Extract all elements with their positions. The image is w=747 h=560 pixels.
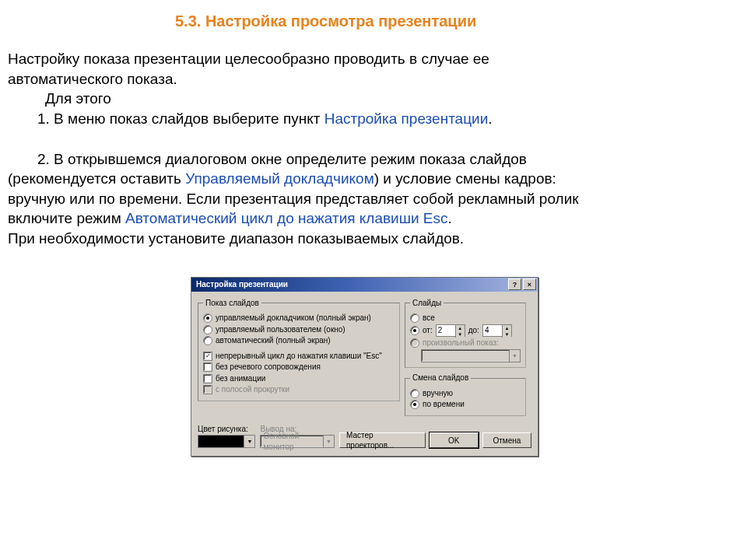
radio-presenter-label: управляемый докладчиком (полный экран) <box>216 313 371 324</box>
check-scrollbar: с полосой прокрутки <box>203 384 395 395</box>
check-loop[interactable]: ✓непрерывный цикл до нажатия клавиши "Es… <box>203 351 395 362</box>
step-2-l2a: (рекомендуется оставить <box>8 170 185 187</box>
chevron-down-icon[interactable]: ▼ <box>244 436 254 447</box>
step-2-l4-link: Автоматический цикл до нажатия клавиши E… <box>125 210 448 226</box>
from-spinner[interactable]: ▲▼ <box>436 324 465 337</box>
check-noanimation[interactable]: без анимации <box>203 373 395 384</box>
group-slides-legend: Слайды <box>410 298 444 309</box>
intro-line-2: автоматического показа. <box>8 69 739 89</box>
radio-auto[interactable]: автоматический (полный экран) <box>203 335 395 346</box>
radio-custom-label: произвольный показ: <box>423 338 499 348</box>
radio-timed-label: по времени <box>423 399 465 410</box>
check-nonarration-label: без речевого сопровождения <box>216 362 321 373</box>
step-2-line-5: При необходимости установите диапазон по… <box>8 229 739 249</box>
step-2-l4b: . <box>448 210 452 226</box>
from-input[interactable] <box>437 325 455 336</box>
chevron-down-icon[interactable]: ▼ <box>455 331 465 338</box>
check-scrollbar-label: с полосой прокрутки <box>216 384 289 395</box>
from-label: от: <box>423 325 433 336</box>
radio-user-label: управляемый пользователем (окно) <box>216 324 345 335</box>
ok-button[interactable]: OK <box>430 432 479 448</box>
color-combo[interactable]: ▼ <box>198 435 255 448</box>
to-spinner[interactable]: ▲▼ <box>482 324 512 337</box>
group-advance: Смена слайдов вручную по времени <box>405 373 526 416</box>
radio-auto-label: автоматический (полный экран) <box>216 335 331 346</box>
output-value: Основной монитор <box>261 436 322 447</box>
close-button[interactable]: × <box>523 278 536 290</box>
radio-timed[interactable]: по времени <box>410 399 521 410</box>
chevron-up-icon[interactable]: ▲ <box>502 325 511 331</box>
dialog-title: Настройка презентации <box>196 279 507 290</box>
radio-custom-show: произвольный показ: <box>410 338 521 348</box>
step-2-l2b: ) и условие смены кадров: <box>374 170 556 187</box>
settings-dialog: Настройка презентации ? × Показ слайдов … <box>191 277 538 457</box>
custom-show-value <box>422 350 509 362</box>
step-2-l2-link: Управляемый докладчиком <box>185 170 374 187</box>
step-2-line-1: 2. В открывшемся диалоговом окне определ… <box>8 149 739 170</box>
group-slides: Слайды все от: ▲▼ до: ▲▼ произвольный по… <box>405 298 526 369</box>
chevron-up-icon[interactable]: ▲ <box>455 325 465 331</box>
projectors-button[interactable]: Мастер проекторов... <box>339 432 426 448</box>
chevron-down-icon: ▼ <box>509 350 520 362</box>
to-input[interactable] <box>483 325 502 336</box>
radio-manual-label: вручную <box>423 388 453 399</box>
radio-range-row[interactable]: от: ▲▼ до: ▲▼ <box>410 324 521 337</box>
to-label: до: <box>468 325 479 336</box>
cancel-button[interactable]: Отмена <box>482 432 531 448</box>
check-loop-label: непрерывный цикл до нажатия клавиши "Esc… <box>216 351 382 362</box>
radio-all-label: все <box>423 313 435 324</box>
group-advance-legend: Смена слайдов <box>410 373 471 383</box>
section-heading: 5.3. Настройка просмотра презентации <box>8 11 739 32</box>
chevron-down-icon[interactable]: ▼ <box>502 331 511 338</box>
radio-manual[interactable]: вручную <box>410 388 521 399</box>
radio-presenter[interactable]: управляемый докладчиком (полный экран) <box>203 313 395 324</box>
group-show-type: Показ слайдов управляемый докладчиком (п… <box>198 298 400 401</box>
radio-all-slides[interactable]: все <box>410 313 521 324</box>
step-2-line-3: вручную или по времени. Если презентация… <box>8 189 739 209</box>
step-1-link: Настройка презентации <box>324 110 489 127</box>
group-show-legend: Показ слайдов <box>203 298 261 309</box>
step-2-line-4: включите режим Автоматический цикл до на… <box>8 208 739 229</box>
chevron-down-icon: ▼ <box>323 436 334 447</box>
custom-show-combo: ▼ <box>421 349 521 362</box>
for-this-line: Для этого <box>8 89 739 109</box>
intro-line-1: Настройку показа презентации целесообраз… <box>8 49 739 69</box>
check-noanimation-label: без анимации <box>216 373 265 384</box>
step-1-suffix: . <box>488 110 492 127</box>
radio-user[interactable]: управляемый пользователем (окно) <box>203 324 395 335</box>
step-1-prefix: 1. В меню показ слайдов выберите пункт <box>37 110 324 127</box>
color-label: Цвет рисунка: <box>198 424 255 435</box>
step-2-line-2: (рекомендуется оставить Управляемый докл… <box>8 169 739 189</box>
step-2-l4a: включите режим <box>8 210 125 226</box>
color-swatch <box>198 436 244 447</box>
dialog-titlebar: Настройка презентации ? × <box>191 278 538 292</box>
step-1: 1. В меню показ слайдов выберите пункт Н… <box>8 109 739 129</box>
help-button[interactable]: ? <box>508 278 521 290</box>
check-nonarration[interactable]: без речевого сопровождения <box>203 362 395 373</box>
output-combo: Основной монитор ▼ <box>260 435 334 448</box>
